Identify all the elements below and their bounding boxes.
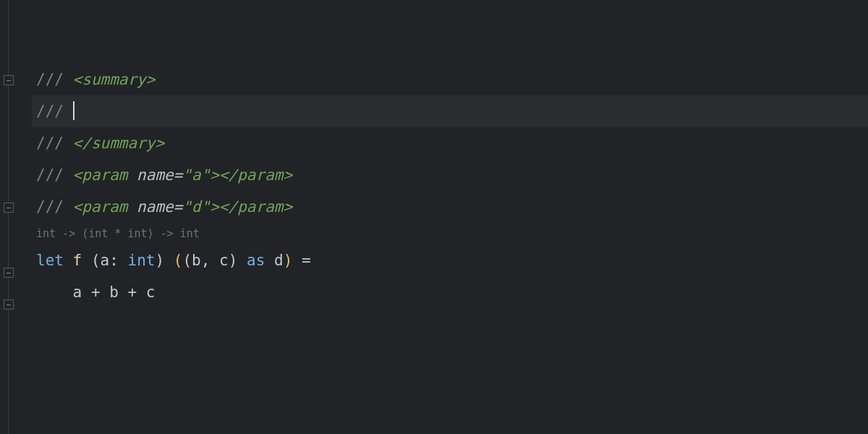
type-int: int [128, 252, 156, 269]
keyword-let: let [36, 252, 64, 269]
doc-slash: /// [36, 135, 64, 152]
fold-marker[interactable] [4, 299, 14, 310]
code-editor[interactable]: /// <summary> /// /// </summary> /// <pa… [0, 0, 868, 434]
paren-open: ( [174, 252, 183, 269]
doc-tag-param-close: </param> [219, 198, 292, 216]
text-cursor [73, 101, 75, 120]
doc-slash: /// [36, 198, 64, 216]
code-line[interactable] [32, 32, 868, 64]
code-line[interactable]: /// <summary> [32, 64, 868, 95]
paren-open: ( [182, 252, 192, 269]
doc-attr-value-d: "d" [182, 198, 210, 216]
comma: , [201, 252, 210, 269]
doc-tag-summary-close: </summary> [73, 135, 164, 152]
code-line[interactable]: let f (a: int) ((b, c) as d) = [32, 244, 868, 276]
doc-attr-name: name [137, 198, 174, 216]
paren-open: ( [91, 252, 101, 269]
function-name: f [73, 252, 82, 269]
param-c: c [219, 252, 229, 269]
paren-close: ) [155, 252, 164, 269]
doc-attr-value-a: "a" [182, 166, 210, 184]
var-b: b [109, 284, 119, 301]
doc-eq: = [174, 166, 183, 184]
colon: : [109, 252, 119, 269]
code-line[interactable]: /// </summary> [32, 127, 868, 159]
code-line[interactable]: a + b + c [32, 276, 868, 308]
indent [36, 284, 73, 301]
fold-marker[interactable] [4, 268, 14, 278]
keyword-as: as [247, 252, 265, 269]
doc-tag-param-open: <param [73, 166, 137, 184]
doc-space [64, 135, 73, 152]
fold-marker[interactable] [4, 203, 14, 213]
doc-eq: = [174, 198, 183, 216]
code-area[interactable]: /// <summary> /// /// </summary> /// <pa… [32, 0, 868, 434]
gutter-indent-guide [8, 0, 9, 434]
param-a: a [101, 252, 110, 269]
inline-type-hint: int -> (int * int) -> int [32, 223, 868, 244]
doc-space [64, 166, 73, 184]
code-line[interactable] [32, 0, 868, 32]
plus: + [91, 284, 101, 301]
doc-space [64, 198, 73, 216]
doc-tag-close: > [210, 166, 219, 184]
code-line[interactable]: /// <param name="d"></param> [32, 191, 868, 223]
doc-tag-param-open: <param [73, 198, 137, 216]
var-c: c [146, 284, 156, 301]
doc-tag-param-close: </param> [219, 166, 292, 184]
doc-tag-close: > [210, 198, 219, 216]
param-d: d [274, 252, 284, 269]
doc-attr-name: name [137, 166, 174, 184]
doc-slash: /// [36, 166, 64, 184]
fold-marker[interactable] [4, 75, 14, 85]
plus: + [128, 284, 137, 301]
editor-gutter [0, 0, 32, 434]
doc-slash: /// [36, 102, 64, 119]
paren-close: ) [229, 252, 238, 269]
hint-text: int -> (int * int) -> int [36, 227, 200, 240]
code-line[interactable]: /// <param name="a"></param> [32, 159, 868, 191]
doc-space [64, 102, 73, 119]
paren-close: ) [284, 252, 293, 269]
equals: = [302, 252, 311, 269]
doc-space [64, 71, 73, 88]
code-line-active[interactable]: /// [32, 95, 868, 127]
param-b: b [192, 252, 201, 269]
doc-tag-summary-open: <summary> [73, 71, 156, 88]
var-a: a [73, 284, 82, 301]
doc-slash: /// [36, 71, 64, 88]
